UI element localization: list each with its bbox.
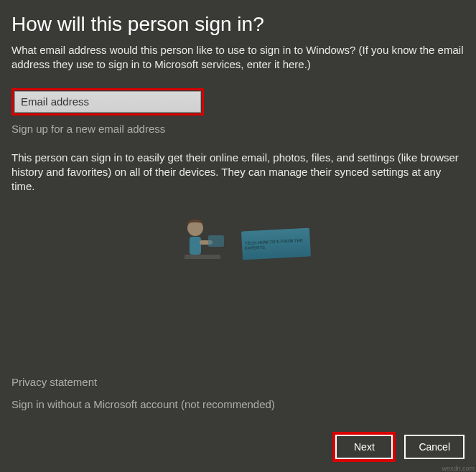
svg-point-0 bbox=[187, 220, 203, 236]
svg-rect-3 bbox=[208, 235, 224, 247]
watermark-logo: TECH HOW-TO'S FROM THE EXPERTS bbox=[174, 208, 303, 273]
svg-rect-1 bbox=[190, 237, 201, 255]
next-button-highlight: Next bbox=[332, 432, 396, 462]
page-title: How will this person sign in? bbox=[11, 13, 465, 36]
sync-description: This person can sign in to easily get th… bbox=[11, 151, 465, 194]
next-button[interactable]: Next bbox=[335, 435, 393, 459]
signup-link[interactable]: Sign up for a new email address bbox=[11, 123, 465, 135]
cancel-button[interactable]: Cancel bbox=[404, 435, 465, 459]
privacy-statement-link[interactable]: Privacy statement bbox=[11, 376, 465, 388]
source-watermark: wexdn.com bbox=[442, 465, 475, 472]
action-button-row: Next Cancel bbox=[11, 432, 465, 462]
email-input-highlight bbox=[11, 88, 204, 115]
no-microsoft-account-link[interactable]: Sign in without a Microsoft account (not… bbox=[11, 398, 465, 410]
email-field[interactable] bbox=[14, 91, 201, 113]
watermark-badge-text: TECH HOW-TO'S FROM THE EXPERTS bbox=[241, 228, 310, 251]
svg-rect-4 bbox=[185, 255, 220, 259]
instruction-text: What email address would this person lik… bbox=[11, 43, 465, 72]
svg-rect-2 bbox=[200, 240, 213, 245]
